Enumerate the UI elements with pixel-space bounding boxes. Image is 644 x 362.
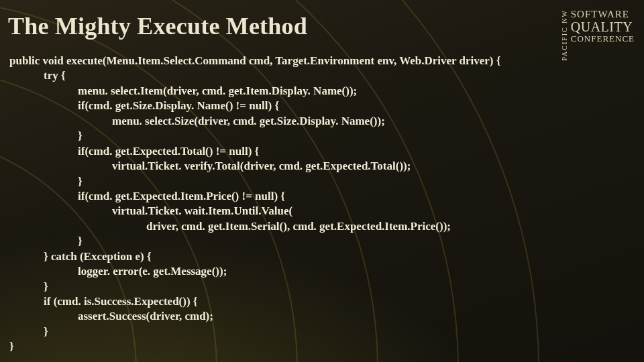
code-line: execute(Menu.Item.Select.Command cmd, Ta… [66, 54, 500, 67]
code-line: if(cmd. get.Expected.Total() != null) { [9, 145, 259, 158]
code-line: virtual.Ticket. wait.Item.Until.Value( [9, 204, 292, 217]
code-line: } [9, 235, 83, 247]
code-line: menu. select.Size(driver, cmd. get.Size.… [9, 115, 385, 127]
code-block: public void execute(Menu.Item.Select.Com… [9, 54, 631, 355]
logo-word-conference: CONFERENCE [571, 34, 635, 44]
logo-text-stack: SOFTWARE QUALITY CONFERENCE [571, 9, 635, 43]
code-line: public void [9, 54, 66, 67]
slide-title: The Mighty Execute Method [8, 12, 307, 40]
code-line: } [9, 280, 48, 293]
slide: The Mighty Execute Method PACIFIC NW SOF… [0, 0, 644, 362]
code-line: virtual.Ticket. verify.Total(driver, cmd… [9, 160, 411, 172]
code-line: menu. select.Item(driver, cmd. get.Item.… [9, 84, 357, 97]
code-line: } [9, 325, 48, 338]
code-line: } [9, 175, 83, 188]
code-line: if(cmd. get.Size.Display. Name() != null… [9, 99, 279, 112]
logo-word-software: SOFTWARE [571, 9, 635, 20]
code-line: } catch (Exception e) { [9, 250, 152, 263]
code-line: if (cmd. is.Success.Expected()) { [9, 295, 198, 308]
logo-word-quality: QUALITY [571, 20, 635, 34]
code-line: if(cmd. get.Expected.Item.Price() != nul… [9, 190, 285, 202]
code-line: } [9, 340, 14, 353]
code-line: } [9, 129, 83, 142]
code-line: driver, cmd. get.Item.Serial(), cmd. get… [9, 220, 451, 233]
code-line: logger. error(e. get.Message()); [9, 265, 227, 278]
code-line: assert.Success(driver, cmd); [9, 310, 213, 322]
code-line: try { [9, 69, 66, 82]
